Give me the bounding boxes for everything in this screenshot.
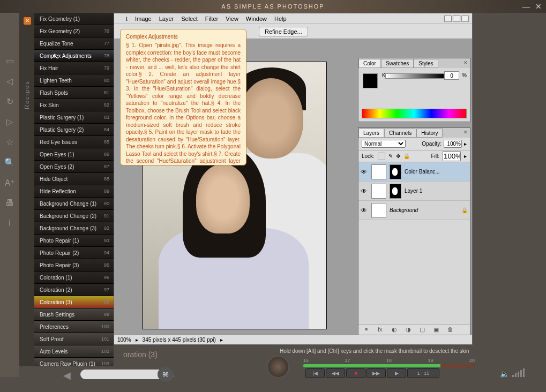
layer-row[interactable]: 👁 Background 🔒 [358, 201, 470, 220]
back-icon[interactable]: ◁ [4, 76, 15, 87]
adjustment-icon[interactable]: ◑ [406, 326, 413, 334]
recipe-item[interactable]: Coloration (3)98 [34, 296, 114, 308]
fill-input[interactable] [443, 151, 461, 161]
recipe-item[interactable]: Fix Skin82 [34, 99, 114, 111]
fill-arrow-icon[interactable]: ▸ [464, 153, 467, 159]
lock-brush-icon[interactable]: ✎ [388, 153, 393, 159]
recipe-item[interactable]: Complex Adjustments78 [34, 50, 114, 62]
recipe-item[interactable]: Lighten Teeth80 [34, 74, 114, 87]
k-slider[interactable] [385, 73, 444, 79]
recipe-item[interactable]: Open Eyes (2)87 [34, 161, 114, 173]
recipe-item[interactable]: Photo Repair (1)93 [34, 235, 114, 247]
recipe-item[interactable]: Background Change (2)91 [34, 210, 114, 222]
menu-item[interactable]: Window [246, 16, 267, 22]
menu-item[interactable]: t [126, 16, 128, 22]
panel-tab[interactable]: History [416, 129, 443, 138]
fwd-button[interactable]: ▶▶ [367, 368, 386, 378]
layer-row[interactable]: 👁 Color Balanc... [358, 162, 470, 182]
progress-bar[interactable] [303, 364, 475, 367]
layer-thumb[interactable] [371, 184, 386, 199]
recipe-item[interactable]: Coloration (1)96 [34, 272, 114, 284]
visibility-icon[interactable]: 👁 [361, 207, 368, 214]
menu-item[interactable]: Help [274, 16, 287, 22]
recipe-item[interactable]: Hide Reflection89 [34, 185, 114, 198]
rewind-button[interactable]: ◀◀ [326, 368, 345, 378]
lock-transparent-icon[interactable] [378, 153, 385, 160]
info-icon[interactable]: i [4, 218, 15, 229]
recipe-item[interactable]: Soft Proof101 [34, 333, 114, 345]
big-play-button[interactable] [267, 356, 289, 378]
panel-tab[interactable]: Styles [414, 59, 438, 68]
fx-icon[interactable]: fx [378, 326, 385, 334]
text-icon[interactable]: A⁺ [4, 178, 15, 189]
page-icon[interactable]: ▭ [4, 56, 15, 66]
layer-row[interactable]: 👁 Layer 1 [358, 182, 470, 201]
refresh-icon[interactable]: ↻ [4, 96, 15, 107]
recipe-item[interactable]: Plastic Surgery (2)84 [34, 124, 114, 136]
menu-item[interactable]: View [226, 16, 238, 22]
link-icon[interactable]: ⚭ [364, 326, 371, 334]
visibility-icon[interactable]: 👁 [361, 168, 368, 176]
menu-item[interactable]: Select [181, 16, 198, 22]
recipe-item[interactable]: Hide Object88 [34, 173, 114, 185]
recipe-item[interactable]: Coloration (2)97 [34, 284, 114, 296]
print-icon[interactable]: 🖶 [4, 198, 15, 209]
layer-thumb[interactable] [371, 203, 386, 218]
nav-prev-button[interactable]: ◀ [63, 370, 71, 381]
recipe-item[interactable]: Background Change (3)92 [34, 222, 114, 235]
recipe-item[interactable]: Photo Repair (2)94 [34, 247, 114, 259]
folder-icon[interactable]: ▢ [420, 326, 427, 334]
recipe-item[interactable]: Preferences100 [34, 321, 114, 333]
recipe-item[interactable]: Fix Geometry (1) [34, 13, 114, 25]
recipe-item[interactable]: Background Change (1)90 [34, 198, 114, 210]
opacity-arrow-icon[interactable]: ▸ [464, 141, 467, 147]
minimize-button[interactable]: — [522, 2, 530, 11]
recipe-item[interactable]: Auto Levels102 [34, 345, 114, 358]
ps-minimize-icon[interactable] [444, 16, 452, 22]
recipe-item[interactable]: Plastic Surgery (1)83 [34, 111, 114, 124]
prev-button[interactable]: |◀ [305, 368, 325, 378]
close-button[interactable]: ✕ [535, 2, 542, 11]
play-icon[interactable]: ▷ [4, 117, 15, 127]
new-layer-icon[interactable]: ▣ [433, 326, 441, 334]
recipe-item[interactable]: Flash Spots81 [34, 87, 114, 99]
menu-item[interactable]: Image [135, 16, 152, 22]
mask-icon[interactable]: ◐ [392, 326, 399, 334]
recipe-item[interactable]: Photo Repair (3)95 [34, 259, 114, 272]
menu-item[interactable]: Layer [159, 16, 174, 22]
lock-move-icon[interactable]: ✥ [396, 153, 400, 159]
k-input[interactable] [444, 71, 459, 80]
zoom-value[interactable]: 100% [117, 337, 131, 343]
layer-mask-thumb[interactable] [390, 184, 401, 199]
lock-all-icon[interactable]: 🔒 [403, 153, 410, 159]
foreground-swatch[interactable] [363, 73, 378, 88]
recipe-item[interactable]: Equalize Tone77 [34, 37, 114, 50]
color-spectrum[interactable] [362, 109, 467, 118]
recipe-item[interactable]: Camera Raw Plugin (1)103 [34, 358, 114, 366]
recipe-item[interactable]: Red Eye Issues85 [34, 136, 114, 148]
recipe-item[interactable]: Fix Hair79 [34, 62, 114, 74]
sidebar-close-button[interactable]: ✕ [24, 17, 31, 25]
ps-restore-icon[interactable] [453, 16, 460, 22]
next-button[interactable]: ▶ [387, 368, 406, 378]
panel-tab[interactable]: Channels [384, 129, 416, 138]
ps-close-icon[interactable] [461, 16, 469, 22]
search-icon[interactable]: 🔍 [4, 157, 15, 168]
layer-mask-thumb[interactable] [390, 164, 401, 179]
visibility-icon[interactable]: 👁 [361, 187, 368, 195]
panel-tab[interactable]: Swatches [381, 59, 414, 68]
layer-thumb[interactable] [371, 164, 386, 179]
opacity-input[interactable] [444, 140, 462, 148]
recipe-item[interactable]: Open Eyes (1)86 [34, 148, 114, 161]
recipe-item[interactable]: Brush Settings99 [34, 308, 114, 321]
panel-tab[interactable]: Color [358, 59, 381, 68]
refine-edge-button[interactable]: Refine Edge... [259, 27, 308, 36]
stop-button[interactable]: ■ [346, 368, 365, 378]
recipe-item[interactable]: Fix Geometry (2)76 [34, 25, 114, 37]
volume-control[interactable]: 🔈 [500, 368, 525, 379]
page-knob[interactable]: 98 [158, 367, 174, 381]
star-icon[interactable]: ☆ [4, 137, 15, 148]
menu-item[interactable]: Filter [205, 16, 218, 22]
trash-icon[interactable]: 🗑 [447, 326, 455, 334]
panel-close-icon[interactable]: ✕ [463, 130, 468, 135]
